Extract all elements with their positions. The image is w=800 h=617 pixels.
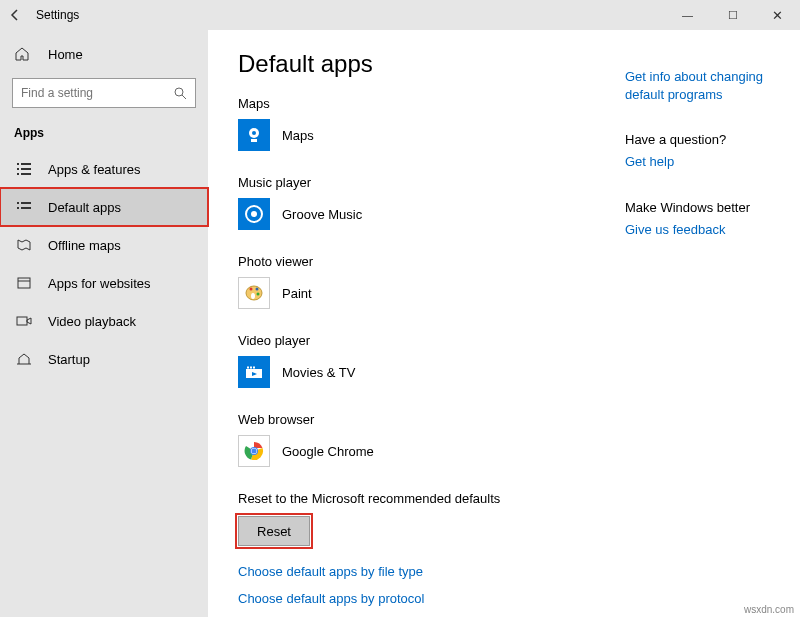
svg-point-24 bbox=[257, 293, 260, 296]
svg-point-17 bbox=[252, 131, 256, 135]
sidebar-section: Apps bbox=[0, 122, 208, 150]
category-browser: Web browser bbox=[238, 412, 800, 427]
category-video: Video player bbox=[238, 333, 800, 348]
svg-rect-12 bbox=[18, 278, 30, 288]
question-label: Have a question? bbox=[625, 132, 785, 147]
svg-rect-4 bbox=[17, 168, 19, 170]
info-link[interactable]: Get info about changing default programs bbox=[625, 68, 785, 104]
svg-rect-8 bbox=[17, 202, 19, 204]
default-photo-tile[interactable]: Paint bbox=[238, 277, 800, 309]
close-button[interactable]: ✕ bbox=[755, 0, 800, 30]
home-label: Home bbox=[48, 47, 83, 62]
svg-rect-6 bbox=[17, 173, 19, 175]
sidebar-item-label: Default apps bbox=[48, 200, 121, 215]
default-maps-label: Maps bbox=[282, 128, 314, 143]
svg-point-25 bbox=[251, 293, 255, 299]
back-button[interactable] bbox=[0, 0, 30, 30]
svg-point-22 bbox=[250, 288, 253, 291]
default-video-label: Movies & TV bbox=[282, 365, 355, 380]
search-input[interactable] bbox=[21, 86, 173, 100]
maps-app-icon bbox=[238, 119, 270, 151]
default-photo-label: Paint bbox=[282, 286, 312, 301]
home-nav[interactable]: Home bbox=[0, 36, 208, 72]
reset-button[interactable]: Reset bbox=[238, 516, 310, 546]
svg-rect-10 bbox=[17, 207, 19, 209]
sidebar: Home Apps Apps & features Default apps O… bbox=[0, 30, 208, 617]
svg-rect-11 bbox=[21, 207, 31, 209]
sidebar-item-offline-maps[interactable]: Offline maps bbox=[0, 226, 208, 264]
sidebar-item-default-apps[interactable]: Default apps bbox=[0, 188, 208, 226]
default-video-tile[interactable]: Movies & TV bbox=[238, 356, 800, 388]
help-link[interactable]: Get help bbox=[625, 153, 785, 171]
video-icon bbox=[14, 313, 34, 329]
reset-heading: Reset to the Microsoft recommended defau… bbox=[238, 491, 800, 506]
default-browser-label: Google Chrome bbox=[282, 444, 374, 459]
svg-rect-28 bbox=[247, 367, 249, 369]
home-icon bbox=[14, 46, 34, 62]
startup-icon bbox=[14, 351, 34, 367]
svg-rect-29 bbox=[250, 367, 252, 369]
svg-line-1 bbox=[182, 95, 186, 99]
sidebar-item-label: Apps & features bbox=[48, 162, 141, 177]
search-input-wrap[interactable] bbox=[12, 78, 196, 108]
chrome-app-icon bbox=[238, 435, 270, 467]
svg-point-34 bbox=[252, 449, 257, 454]
sidebar-item-apps-websites[interactable]: Apps for websites bbox=[0, 264, 208, 302]
svg-rect-2 bbox=[17, 163, 19, 165]
sidebar-item-label: Apps for websites bbox=[48, 276, 151, 291]
list-icon bbox=[14, 161, 34, 177]
titlebar: Settings — ☐ ✕ bbox=[0, 0, 800, 30]
svg-rect-9 bbox=[21, 202, 31, 204]
svg-rect-5 bbox=[21, 168, 31, 170]
default-browser-tile[interactable]: Google Chrome bbox=[238, 435, 800, 467]
feedback-link[interactable]: Give us feedback bbox=[625, 221, 785, 239]
default-music-label: Groove Music bbox=[282, 207, 362, 222]
category-photo: Photo viewer bbox=[238, 254, 800, 269]
movies-app-icon bbox=[238, 356, 270, 388]
svg-rect-3 bbox=[21, 163, 31, 165]
maximize-button[interactable]: ☐ bbox=[710, 0, 755, 30]
minimize-button[interactable]: — bbox=[665, 0, 710, 30]
sidebar-item-apps-features[interactable]: Apps & features bbox=[0, 150, 208, 188]
sidebar-item-label: Video playback bbox=[48, 314, 136, 329]
search-icon bbox=[173, 86, 187, 100]
svg-point-20 bbox=[251, 211, 257, 217]
map-icon bbox=[14, 237, 34, 253]
link-protocol[interactable]: Choose default apps by protocol bbox=[238, 591, 800, 606]
svg-point-0 bbox=[175, 88, 183, 96]
window-title: Settings bbox=[30, 8, 79, 22]
sidebar-item-video-playback[interactable]: Video playback bbox=[0, 302, 208, 340]
svg-rect-14 bbox=[17, 317, 27, 325]
sidebar-item-label: Offline maps bbox=[48, 238, 121, 253]
defaults-icon bbox=[14, 199, 34, 215]
watermark: wsxdn.com bbox=[744, 604, 794, 615]
svg-rect-18 bbox=[251, 139, 257, 142]
sidebar-item-label: Startup bbox=[48, 352, 90, 367]
paint-app-icon bbox=[238, 277, 270, 309]
better-label: Make Windows better bbox=[625, 200, 785, 215]
websites-icon bbox=[14, 275, 34, 291]
svg-rect-30 bbox=[253, 367, 255, 369]
groove-app-icon bbox=[238, 198, 270, 230]
link-file-type[interactable]: Choose default apps by file type bbox=[238, 564, 800, 579]
svg-point-23 bbox=[256, 288, 259, 291]
svg-rect-7 bbox=[21, 173, 31, 175]
right-panel: Get info about changing default programs… bbox=[625, 68, 785, 243]
sidebar-item-startup[interactable]: Startup bbox=[0, 340, 208, 378]
